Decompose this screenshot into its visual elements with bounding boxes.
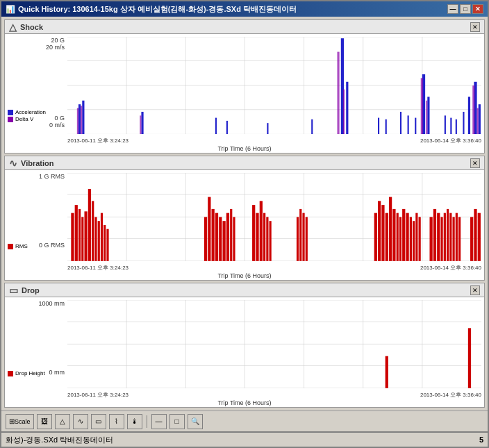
svg-rect-93 — [402, 209, 405, 261]
svg-rect-70 — [219, 217, 222, 261]
shock-icon: △ — [9, 22, 17, 33]
drop-title: Drop — [22, 286, 40, 294]
drop-x-start: 2013-06-11 오후 3:24:23 — [67, 391, 129, 399]
drop-x-dates: 2013-06-11 오후 3:24:23 2013-06-14 오후 3:36… — [5, 391, 484, 399]
restore-chart-button[interactable]: □ — [169, 414, 185, 429]
shock-svg — [67, 37, 481, 134]
svg-rect-58 — [84, 212, 87, 261]
svg-rect-68 — [212, 209, 215, 261]
svg-rect-71 — [223, 222, 226, 262]
drop-legend: Drop Height — [8, 370, 45, 377]
svg-rect-54 — [71, 213, 74, 261]
svg-rect-15 — [226, 121, 228, 134]
svg-rect-37 — [337, 52, 339, 135]
svg-rect-84 — [306, 217, 308, 261]
svg-rect-107 — [456, 213, 458, 261]
svg-rect-92 — [399, 217, 401, 261]
vibration-y-max: 1 G RMS — [39, 173, 65, 180]
image-icon: 🖼 — [41, 417, 48, 425]
minimize-chart-button[interactable]: — — [151, 414, 167, 429]
search-button[interactable]: 🔍 — [188, 414, 203, 429]
image-button[interactable]: 🖼 — [37, 414, 52, 429]
svg-rect-20 — [378, 118, 379, 135]
shock-legend-label-2: Delta V — [15, 116, 33, 122]
svg-rect-13 — [141, 112, 143, 134]
shock-y-max-ms: 20 m/s — [46, 44, 65, 51]
shock-title: Shock — [20, 23, 43, 31]
title-bar-controls: — □ ✕ — [447, 4, 483, 14]
shock-panel: △ Shock ✕ 20 G 20 m/s 0 G 0 m/s Accelera… — [4, 19, 485, 154]
drop-y-axis: 1000 mm 0 mm Drop Height — [5, 297, 67, 391]
svg-rect-14 — [215, 118, 217, 135]
svg-rect-27 — [445, 115, 446, 134]
svg-rect-104 — [447, 209, 449, 261]
minimize-chart-icon: — — [156, 417, 163, 425]
svg-rect-23 — [408, 115, 409, 134]
svg-rect-63 — [101, 213, 103, 261]
svg-rect-91 — [397, 213, 399, 261]
shock-x-start: 2013-06-11 오후 3:24:23 — [67, 137, 129, 144]
svg-rect-97 — [415, 213, 417, 261]
shock-close-button[interactable]: ✕ — [470, 22, 480, 32]
svg-rect-106 — [452, 217, 454, 261]
shock-y-max-g: 20 G — [51, 37, 65, 44]
svg-rect-28 — [450, 118, 451, 135]
restore-chart-icon: □ — [174, 417, 179, 425]
shock-x-end: 2013-06-14 오후 3:36:40 — [420, 137, 481, 144]
drop-chart-area — [67, 300, 481, 388]
svg-rect-96 — [413, 222, 415, 262]
svg-rect-41 — [472, 85, 474, 134]
drop-wave-button[interactable]: ▭ — [91, 414, 106, 429]
svg-rect-21 — [386, 119, 387, 135]
svg-rect-12 — [82, 101, 84, 135]
svg-rect-124 — [468, 329, 471, 388]
shock-legend-item-2: Delta V — [8, 116, 46, 122]
svg-rect-105 — [449, 213, 451, 261]
temp-button[interactable]: 🌡 — [127, 414, 142, 429]
shock-header: △ Shock ✕ — [5, 20, 484, 34]
drop-header-left: ▭ Drop — [9, 285, 40, 296]
drop-header: ▭ Drop ✕ — [5, 283, 484, 297]
svg-rect-66 — [204, 217, 207, 261]
vibration-x-start: 2013-06-11 오후 3:24:23 — [67, 264, 129, 272]
shock-x-dates: 2013-06-11 오후 3:24:23 2013-06-14 오후 3:36… — [5, 137, 484, 144]
svg-rect-16 — [267, 123, 268, 134]
svg-rect-34 — [77, 108, 78, 135]
vibration-chart-body: 1 G RMS 0 G RMS RMS — [5, 170, 484, 264]
svg-rect-88 — [386, 213, 388, 261]
svg-rect-83 — [302, 213, 304, 261]
shock-y-min-g: 0 G — [54, 115, 65, 122]
drop-x-end: 2013-06-14 오후 3:36:40 — [420, 391, 481, 399]
shock-legend-item-1: Acceleration — [8, 109, 46, 115]
shock-wave-icon: △ — [60, 417, 65, 425]
vibration-close-button[interactable]: ✕ — [470, 158, 480, 168]
drop-close-button[interactable]: ✕ — [470, 285, 480, 295]
shock-wave-button[interactable]: △ — [55, 414, 70, 429]
svg-rect-109 — [470, 217, 473, 261]
svg-rect-100 — [433, 209, 436, 261]
maximize-button[interactable]: □ — [460, 4, 471, 14]
signal-button[interactable]: ⌇ — [109, 414, 124, 429]
vibration-x-dates: 2013-06-11 오후 3:24:23 2013-06-14 오후 3:36… — [5, 264, 484, 272]
bottom-toolbar: ⊞ Scale 🖼 △ ∿ ▭ ⌇ 🌡 — □ 🔍 — [1, 410, 488, 431]
svg-rect-103 — [444, 213, 446, 261]
shock-legend-color-2 — [8, 117, 13, 122]
scale-button[interactable]: ⊞ Scale — [6, 414, 34, 429]
close-button[interactable]: ✕ — [472, 4, 483, 14]
svg-rect-90 — [392, 209, 395, 261]
svg-rect-59 — [88, 189, 91, 261]
shock-chart-area — [67, 37, 481, 134]
vibration-legend-label-1: RMS — [15, 243, 28, 249]
minimize-button[interactable]: — — [447, 4, 458, 14]
svg-rect-65 — [106, 229, 108, 261]
svg-rect-99 — [430, 217, 433, 261]
svg-rect-17 — [311, 119, 313, 135]
main-window: 📊 Quick History: 130614-15kg 상자 예비실험(김해-… — [0, 0, 489, 448]
shock-header-left: △ Shock — [9, 22, 43, 33]
drop-svg — [67, 300, 481, 388]
search-icon: 🔍 — [191, 417, 199, 425]
svg-rect-80 — [270, 222, 272, 262]
svg-rect-29 — [456, 119, 457, 135]
svg-rect-89 — [389, 197, 392, 261]
vibration-wave-button[interactable]: ∿ — [73, 414, 88, 429]
